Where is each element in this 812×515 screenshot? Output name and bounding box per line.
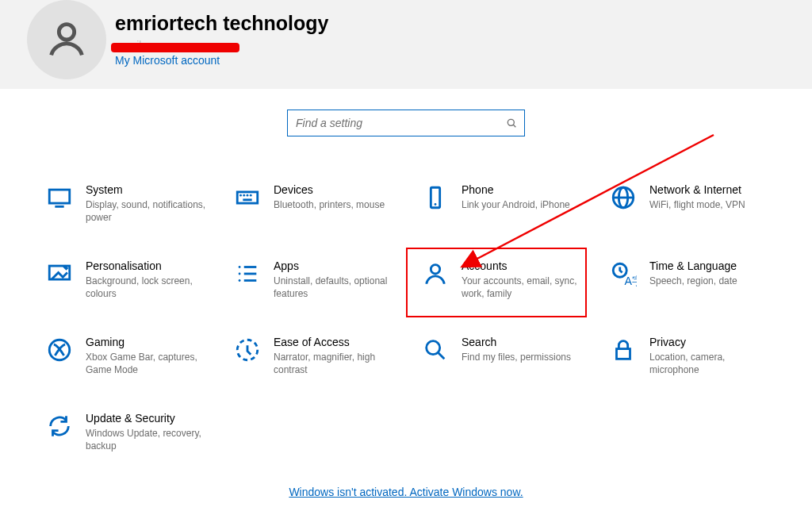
svg-rect-29 bbox=[617, 349, 630, 359]
avatar bbox=[27, 0, 106, 79]
profile-header: emriortech technology gmail.com My Micro… bbox=[0, 0, 812, 89]
svg-point-19 bbox=[239, 266, 241, 268]
tile-title: Privacy bbox=[649, 335, 790, 349]
svg-point-0 bbox=[508, 119, 514, 125]
tile-desc: Speech, region, date bbox=[649, 275, 776, 287]
svg-point-27 bbox=[427, 341, 440, 355]
lock-icon bbox=[610, 336, 637, 363]
tile-desc: Background, lock screen, colours bbox=[86, 275, 213, 300]
settings-home: SystemDisplay, sound, notifications, pow… bbox=[0, 89, 812, 482]
tile-network[interactable]: Network & InternetWiFi, flight mode, VPN bbox=[610, 183, 798, 254]
tile-update-security[interactable]: Update & SecurityWindows Update, recover… bbox=[46, 411, 234, 482]
svg-point-21 bbox=[239, 279, 241, 282]
svg-rect-4 bbox=[237, 192, 258, 203]
person-icon bbox=[422, 260, 449, 287]
search-box[interactable] bbox=[287, 110, 525, 136]
tile-apps[interactable]: AppsUninstall, defaults, optional featur… bbox=[234, 259, 422, 330]
tile-search[interactable]: SearchFind my files, permissions bbox=[422, 335, 610, 406]
tile-system[interactable]: SystemDisplay, sound, notifications, pow… bbox=[46, 183, 234, 254]
clock-language-icon: A字 bbox=[610, 260, 637, 287]
svg-point-11 bbox=[435, 203, 437, 206]
tile-title: Gaming bbox=[86, 335, 226, 349]
phone-icon bbox=[422, 184, 449, 211]
svg-rect-2 bbox=[49, 190, 70, 203]
tile-title: Network & Internet bbox=[649, 183, 790, 197]
tile-desc: Location, camera, microphone bbox=[649, 351, 776, 376]
redacted-email: gmail.com bbox=[115, 39, 166, 52]
ease-icon bbox=[234, 336, 261, 363]
tile-gaming[interactable]: GamingXbox Game Bar, captures, Game Mode bbox=[46, 335, 234, 406]
tile-desc: Your accounts, email, sync, work, family bbox=[462, 275, 588, 300]
tile-desc: Display, sound, notifications, power bbox=[86, 198, 213, 224]
tile-title: Ease of Access bbox=[274, 335, 414, 349]
keyboard-icon bbox=[234, 184, 261, 211]
tile-phone[interactable]: PhoneLink your Android, iPhone bbox=[422, 183, 610, 254]
search-input[interactable] bbox=[288, 117, 499, 129]
tile-desc: Link your Android, iPhone bbox=[462, 198, 588, 211]
tile-privacy[interactable]: PrivacyLocation, camera, microphone bbox=[610, 335, 798, 406]
tile-desc: Bluetooth, printers, mouse bbox=[274, 198, 400, 211]
my-microsoft-account-link[interactable]: My Microsoft account bbox=[115, 54, 220, 67]
tile-title: Apps bbox=[274, 259, 414, 273]
svg-line-1 bbox=[513, 125, 515, 127]
tile-desc: Xbox Game Bar, captures, Game Mode bbox=[86, 351, 213, 376]
tile-title: Time & Language bbox=[649, 259, 790, 273]
search-icon bbox=[499, 117, 524, 129]
magnifier-icon bbox=[422, 336, 449, 363]
tile-personalisation[interactable]: PersonalisationBackground, lock screen, … bbox=[46, 259, 234, 330]
svg-text:A字: A字 bbox=[624, 275, 637, 287]
search-wrap bbox=[0, 110, 812, 136]
tile-title: Devices bbox=[274, 183, 414, 197]
activation-banner: Windows isn't activated. Activate Window… bbox=[0, 485, 812, 499]
sync-icon bbox=[46, 413, 73, 440]
tile-title: Search bbox=[462, 335, 602, 349]
tile-title: Personalisation bbox=[86, 259, 226, 273]
settings-grid: SystemDisplay, sound, notifications, pow… bbox=[14, 183, 798, 482]
display-icon bbox=[46, 184, 73, 211]
tile-devices[interactable]: DevicesBluetooth, printers, mouse bbox=[234, 183, 422, 254]
activate-windows-link[interactable]: Windows isn't activated. Activate Window… bbox=[289, 486, 523, 498]
svg-line-28 bbox=[439, 353, 445, 359]
tile-time-language[interactable]: A字 Time & LanguageSpeech, region, date bbox=[610, 259, 798, 330]
tile-accounts[interactable]: AccountsYour accounts, email, sync, work… bbox=[422, 259, 610, 330]
tile-title: System bbox=[86, 183, 226, 197]
tile-desc: Windows Update, recovery, backup bbox=[86, 427, 213, 452]
xbox-icon bbox=[46, 336, 73, 363]
svg-point-22 bbox=[431, 265, 439, 274]
tile-ease-of-access[interactable]: Ease of AccessNarrator, magnifier, high … bbox=[234, 335, 422, 406]
tile-desc: Uninstall, defaults, optional features bbox=[274, 275, 400, 300]
tile-desc: WiFi, flight mode, VPN bbox=[649, 198, 776, 211]
paint-icon bbox=[46, 260, 73, 287]
user-display-name: emriortech technology bbox=[115, 13, 329, 35]
globe-icon bbox=[610, 184, 637, 211]
tile-title: Phone bbox=[462, 183, 602, 197]
tile-title: Update & Security bbox=[86, 411, 226, 425]
tile-desc: Narrator, magnifier, high contrast bbox=[274, 351, 400, 376]
tile-title: Accounts bbox=[462, 259, 602, 273]
list-icon bbox=[234, 260, 261, 287]
tile-desc: Find my files, permissions bbox=[462, 351, 588, 363]
svg-point-20 bbox=[239, 273, 241, 275]
person-icon bbox=[44, 17, 90, 63]
